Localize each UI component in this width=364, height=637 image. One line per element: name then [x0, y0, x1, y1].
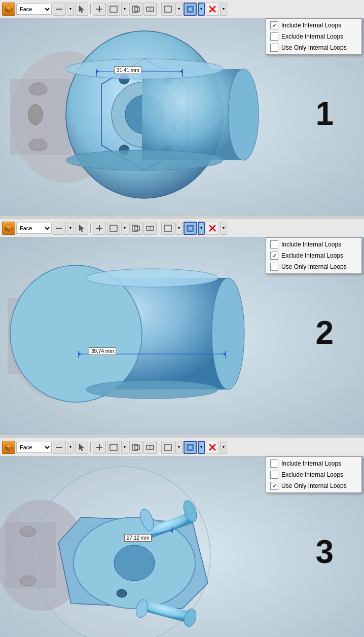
cube-icon-3[interactable] [2, 441, 15, 454]
sep-4 [159, 223, 159, 233]
face-select-2[interactable]: Face [16, 223, 52, 234]
loop-icon-3[interactable] [184, 441, 197, 454]
rect-icon-3[interactable] [107, 441, 120, 454]
loop-icon-1[interactable] [184, 3, 197, 16]
minus-dropdown-3[interactable]: ▾ [67, 441, 74, 454]
check-useonly-3: ✓ [270, 482, 278, 490]
check-exclude-3 [270, 471, 278, 479]
cube-icon-1[interactable] [2, 3, 15, 16]
check-exclude-2: ✓ [270, 252, 278, 260]
svg-rect-46 [56, 228, 62, 229]
sep-2 [159, 4, 159, 14]
exclude-loops-item-3[interactable]: Exclude Internal Loops [266, 469, 361, 480]
include-loops-item-2[interactable]: Include Internal Loops [266, 239, 361, 250]
svg-point-36 [66, 150, 223, 170]
loop-dropdown-1[interactable]: ▾ [198, 3, 205, 16]
rect-icon-2[interactable] [107, 222, 120, 235]
cursor-icon-1[interactable] [75, 3, 88, 16]
rect-dropdown-2[interactable]: ▾ [121, 222, 128, 235]
svg-point-70 [86, 269, 218, 287]
toolbar-row-3: Face ▾ ▾ [0, 438, 364, 456]
svg-point-101 [20, 526, 35, 537]
svg-point-35 [66, 59, 223, 79]
use-only-loops-item-1[interactable]: Use Only Internal Loops [266, 42, 361, 53]
x-dropdown-2[interactable]: ▾ [220, 222, 227, 235]
svg-rect-8 [110, 6, 117, 12]
rect-dropdown-1[interactable]: ▾ [121, 3, 128, 16]
dropdown-menu-2: Include Internal Loops ✓ Exclude Interna… [266, 237, 362, 274]
toolbar-1: Face ▾ ▾ [0, 0, 364, 18]
exclude-loops-label-1: Exclude Internal Loops [281, 33, 343, 40]
cursor-icon-2[interactable] [75, 222, 88, 235]
panel-1: Face ▾ ▾ [0, 0, 364, 216]
minus-dropdown-1[interactable]: ▾ [67, 3, 74, 16]
rect-icon-1[interactable] [107, 3, 120, 16]
svg-rect-15 [188, 7, 192, 11]
sep-6 [159, 442, 159, 452]
exclude-loops-item-2[interactable]: ✓ Exclude Internal Loops [266, 250, 361, 261]
face-select-1[interactable]: Face [16, 4, 52, 15]
minus-icon-1[interactable] [53, 3, 66, 16]
include-loops-item-3[interactable]: Include Internal Loops [266, 458, 361, 469]
loop-dropdown-2[interactable]: ▾ [198, 222, 205, 235]
check-include-3 [270, 459, 278, 468]
svg-rect-81 [56, 447, 62, 448]
svg-point-24 [28, 104, 43, 125]
include-loops-label-3: Include Internal Loops [281, 460, 341, 467]
rect4-icon-1[interactable] [161, 3, 174, 16]
exclude-loops-item-1[interactable]: Exclude Internal Loops [266, 31, 361, 42]
rect4-icon-2[interactable] [161, 222, 174, 235]
rect3-icon-1[interactable] [143, 3, 157, 16]
x-dropdown-3[interactable]: ▾ [220, 441, 227, 454]
rect4-dropdown-1[interactable]: ▾ [175, 3, 183, 16]
step-number-2: 2 [315, 314, 334, 351]
minus-icon-3[interactable] [53, 441, 66, 454]
svg-marker-82 [79, 444, 84, 451]
include-loops-item-1[interactable]: ✓ Include Internal Loops [266, 20, 361, 31]
minus-icon-2[interactable] [53, 222, 66, 235]
step-number-1: 1 [315, 95, 334, 132]
svg-point-102 [20, 576, 35, 586]
svg-rect-50 [110, 225, 117, 231]
plus-icon-3[interactable] [93, 441, 106, 454]
rect2-icon-1[interactable] [129, 3, 142, 16]
plus-icon-1[interactable] [93, 3, 106, 16]
svg-point-105 [114, 545, 155, 581]
x-dropdown-1[interactable]: ▾ [220, 3, 227, 16]
rect-dropdown-3[interactable]: ▾ [121, 441, 128, 454]
use-only-loops-item-3[interactable]: ✓ Use Only Internal Loops [266, 480, 361, 491]
svg-rect-90 [164, 444, 171, 450]
loop-icon-2[interactable] [184, 222, 197, 235]
svg-point-71 [86, 380, 218, 399]
rect4-dropdown-3[interactable]: ▾ [175, 441, 183, 454]
cursor-icon-3[interactable] [75, 441, 88, 454]
toolbar-row-2: Face ▾ ▾ [0, 219, 364, 237]
svg-rect-55 [164, 225, 171, 231]
x-icon-1[interactable] [206, 3, 219, 16]
rect2-icon-2[interactable] [129, 222, 142, 235]
rect3-icon-2[interactable] [143, 222, 157, 235]
svg-point-106 [117, 589, 127, 597]
rect2-icon-3[interactable] [129, 441, 142, 454]
rect4-icon-3[interactable] [161, 441, 174, 454]
plus-icon-2[interactable] [93, 222, 106, 235]
face-select-3[interactable]: Face [16, 442, 52, 453]
x-icon-2[interactable] [206, 222, 219, 235]
exclude-loops-label-3: Exclude Internal Loops [281, 471, 343, 478]
cube-icon-2[interactable] [2, 222, 15, 235]
exclude-loops-label-2: Exclude Internal Loops [281, 252, 343, 259]
x-icon-3[interactable] [206, 441, 219, 454]
minus-dropdown-2[interactable]: ▾ [67, 222, 74, 235]
loop-dropdown-3[interactable]: ▾ [198, 441, 205, 454]
use-only-loops-label-3: Use Only Internal Loops [281, 482, 347, 489]
panel-2: Face ▾ ▾ [0, 219, 364, 435]
rect4-dropdown-2[interactable]: ▾ [175, 222, 183, 235]
svg-marker-47 [79, 225, 84, 232]
svg-rect-57 [188, 226, 192, 230]
use-only-loops-item-2[interactable]: Use Only Internal Loops [266, 261, 361, 272]
check-exclude-1 [270, 32, 278, 41]
rect3-icon-3[interactable] [143, 441, 157, 454]
svg-marker-5 [79, 6, 84, 13]
toolbar-2: Face ▾ ▾ [0, 219, 364, 237]
panel-3: Face ▾ ▾ [0, 438, 364, 637]
